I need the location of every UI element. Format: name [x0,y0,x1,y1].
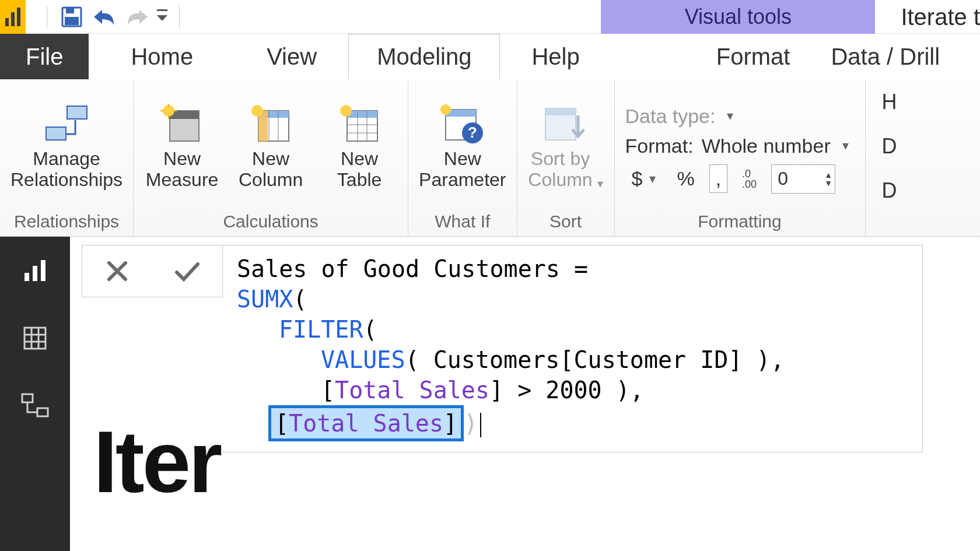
ribbon-tabs: File Home View Modeling Help Format Data… [0,34,980,79]
powerbi-logo-icon[interactable] [0,0,26,34]
new-column-label: New Column [239,149,303,189]
tab-format[interactable]: Format [693,34,814,79]
new-parameter-label: New Parameter [419,149,506,189]
nav-report-view[interactable] [19,254,51,287]
svg-rect-6 [157,9,167,11]
formula-text: [ [321,377,335,403]
format-dropdown[interactable]: Format: Whole number ▾ [625,135,849,157]
svg-rect-44 [22,394,33,402]
svg-rect-1 [11,12,15,26]
qat-separator [47,5,47,29]
contextual-tab-area: Visual tools Iterate t [601,0,980,34]
svg-point-33 [440,104,451,115]
ribbon-overflow-3: D [882,178,897,203]
formula-measure-ref: Total Sales [289,410,443,437]
group-formatting: Data type: ▾ Format: Whole number ▾ $ ▾ … [615,79,866,236]
formula-fn-filter: FILTER [279,316,363,343]
new-column-icon [246,103,296,145]
svg-point-21 [251,105,263,117]
group-calculations: New Measure New Column [134,79,408,236]
thousands-separator-button[interactable]: , [709,164,727,193]
sort-by-column-button[interactable]: Sort by Column ▾ [528,103,604,189]
sort-icon [541,103,591,145]
new-table-icon [334,103,384,145]
formula-bar[interactable]: Sales of Good Customers = SUMX( FILTER( … [223,245,923,452]
formula-commit-button[interactable] [152,245,222,297]
decimal-places-input[interactable]: 0 ▲▼ [771,164,835,194]
ribbon-overflow-1: H [882,90,897,114]
formula-text: ] [443,410,457,437]
svg-rect-0 [5,18,9,26]
formula-text: ( [363,316,377,343]
tab-view[interactable]: View [235,34,348,79]
ribbon-overflow: H D D [866,79,897,236]
ribbon: Manage Relationships Relationships New M… [0,79,980,237]
formula-measure-ref: Total Sales [335,377,489,403]
sort-by-column-label: Sort by Column [528,149,592,189]
percent-format-button[interactable]: % [670,164,701,193]
svg-rect-7 [67,106,87,119]
data-type-dropdown[interactable]: Data type: ▾ [625,105,734,128]
redo-button[interactable] [121,3,153,30]
svg-rect-45 [37,408,48,416]
new-measure-label: New Measure [146,149,219,189]
group-whatif: ? New Parameter What If [408,79,517,236]
tab-data-drill[interactable]: Data / Drill [813,34,957,79]
new-table-button[interactable]: New Table [321,103,397,189]
workspace: Iter Sales of Good Customers = SUMX( FIL… [0,237,980,551]
currency-label: $ [632,167,643,190]
undo-button[interactable] [88,3,121,30]
formula-fn-values: VALUES [321,346,405,373]
svg-text:?: ? [468,124,477,141]
manage-relationships-label: Manage Relationships [10,149,123,189]
group-sort: Sort by Column ▾ Sort [517,79,615,236]
nav-model-view[interactable] [19,389,51,422]
group-whatif-label: What If [419,209,506,235]
chevron-down-icon: ▾ [597,177,603,190]
chevron-down-icon: ▾ [842,138,849,153]
relationships-icon [41,103,92,145]
svg-rect-36 [24,273,29,281]
manage-relationships-button[interactable]: Manage Relationships [10,103,123,189]
currency-format-button[interactable]: $ ▾ [625,164,663,193]
new-column-button[interactable]: New Column [233,103,309,189]
save-button[interactable] [55,3,88,30]
text-cursor [480,413,481,437]
formula-text: ] > 2000 ), [489,377,644,403]
report-canvas[interactable]: Iter Sales of Good Customers = SUMX( FIL… [70,237,980,551]
svg-rect-39 [24,328,46,349]
svg-rect-2 [17,8,20,26]
qat-customize-button[interactable] [153,3,171,30]
data-type-label: Data type: [625,105,716,128]
formula-text: ( Customers[Customer ID] ), [405,346,785,373]
tab-home[interactable]: Home [89,34,235,79]
decimal-places-value: 0 [778,168,788,189]
new-measure-button[interactable]: New Measure [144,103,220,189]
ribbon-overflow-2: D [882,134,897,159]
svg-rect-35 [545,108,576,115]
formula-text: ) [464,410,478,437]
tab-file[interactable]: File [0,34,89,79]
formula-selected-token[interactable]: [Total Sales] [268,405,464,441]
nav-data-view[interactable] [19,322,51,355]
contextual-tab-visual-tools: Visual tools [601,0,875,34]
spinner-icon[interactable]: ▲▼ [824,171,832,187]
svg-rect-5 [65,17,79,25]
formula-text: ( [293,286,307,313]
tab-help[interactable]: Help [500,34,611,79]
svg-rect-8 [46,127,66,140]
new-parameter-button[interactable]: ? New Parameter [419,103,506,189]
percent-label: % [677,167,694,190]
new-parameter-icon: ? [438,103,488,145]
decimal-places-icon: .0 .00 [736,166,763,192]
new-table-label: New Table [337,149,382,189]
svg-rect-4 [66,8,74,13]
group-relationships: Manage Relationships Relationships [0,79,134,236]
quick-access-toolbar: Visual tools Iterate t [0,0,980,34]
svg-point-28 [340,105,352,117]
chevron-down-icon: ▾ [727,108,733,124]
svg-rect-38 [41,260,46,281]
tab-modeling[interactable]: Modeling [348,34,500,79]
formula-cancel-button[interactable] [82,245,152,297]
group-relationships-label: Relationships [10,209,123,235]
